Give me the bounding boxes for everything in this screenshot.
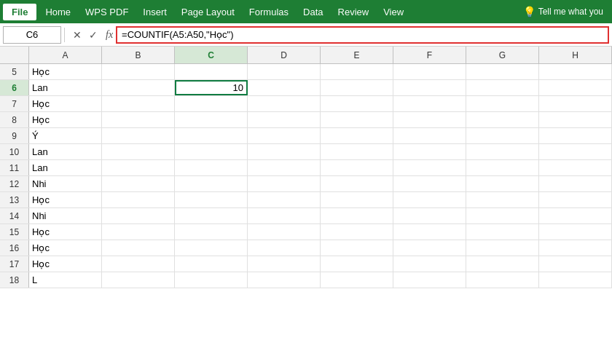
cell-F7[interactable] [393, 96, 466, 111]
cell-E16[interactable] [321, 240, 393, 256]
cell-C9[interactable] [175, 128, 248, 143]
cell-C17[interactable] [175, 256, 248, 272]
cell-F11[interactable] [393, 160, 466, 175]
cell-H10[interactable] [539, 144, 612, 159]
cell-F9[interactable] [393, 128, 466, 143]
cell-D7[interactable] [248, 96, 321, 111]
cell-H17[interactable] [539, 256, 612, 272]
cell-H15[interactable] [539, 224, 612, 240]
row-number[interactable]: 16 [0, 240, 29, 256]
col-header-a[interactable]: A [29, 47, 102, 63]
cell-C6[interactable]: 10 [175, 80, 248, 95]
cell-D13[interactable] [248, 192, 321, 207]
cell-C18[interactable] [175, 272, 248, 288]
cell-A18[interactable]: L [29, 272, 102, 288]
cell-E11[interactable] [321, 160, 393, 175]
row-number[interactable]: 14 [0, 208, 29, 223]
cell-F17[interactable] [393, 256, 466, 272]
cell-A11[interactable]: Lan [29, 160, 102, 175]
menu-page-layout[interactable]: Page Layout [174, 4, 242, 20]
cell-G16[interactable] [466, 240, 539, 256]
cell-D9[interactable] [248, 128, 321, 143]
row-number[interactable]: 5 [0, 64, 29, 79]
cell-F16[interactable] [393, 240, 466, 256]
cell-G14[interactable] [466, 208, 539, 223]
cell-G17[interactable] [466, 256, 539, 272]
cell-H8[interactable] [539, 112, 612, 127]
cell-B8[interactable] [102, 112, 175, 127]
cell-E13[interactable] [321, 192, 393, 207]
cell-D10[interactable] [248, 144, 321, 159]
cell-H18[interactable] [539, 272, 612, 288]
col-header-e[interactable]: E [321, 47, 393, 63]
cell-E10[interactable] [321, 144, 393, 159]
cell-A14[interactable]: Nhi [29, 208, 102, 223]
cell-G13[interactable] [466, 192, 539, 207]
cell-C5[interactable] [175, 64, 248, 79]
cell-F18[interactable] [393, 272, 466, 288]
cell-D14[interactable] [248, 208, 321, 223]
cell-A17[interactable]: Học [29, 256, 102, 272]
cell-F5[interactable] [393, 64, 466, 79]
row-number[interactable]: 15 [0, 224, 29, 240]
cell-F12[interactable] [393, 176, 466, 191]
cell-A8[interactable]: Học [29, 112, 102, 127]
col-header-c[interactable]: C [175, 47, 248, 63]
cell-D18[interactable] [248, 272, 321, 288]
cell-A15[interactable]: Học [29, 224, 102, 240]
cell-A12[interactable]: Nhi [29, 176, 102, 191]
row-number[interactable]: 7 [0, 96, 29, 111]
cell-D5[interactable] [248, 64, 321, 79]
row-number[interactable]: 9 [0, 128, 29, 143]
cell-A10[interactable]: Lan [29, 144, 102, 159]
cell-C16[interactable] [175, 240, 248, 256]
menu-wps-pdf[interactable]: WPS PDF [78, 4, 136, 20]
cell-C10[interactable] [175, 144, 248, 159]
cell-F15[interactable] [393, 224, 466, 240]
cell-A16[interactable]: Học [29, 240, 102, 256]
cell-B18[interactable] [102, 272, 175, 288]
cell-B10[interactable] [102, 144, 175, 159]
cell-G12[interactable] [466, 176, 539, 191]
menu-view[interactable]: View [376, 4, 411, 20]
row-number[interactable]: 11 [0, 160, 29, 175]
cell-B7[interactable] [102, 96, 175, 111]
row-number[interactable]: 18 [0, 272, 29, 288]
cell-B13[interactable] [102, 192, 175, 207]
menu-insert[interactable]: Insert [136, 4, 174, 20]
cell-A13[interactable]: Học [29, 192, 102, 207]
cell-C7[interactable] [175, 96, 248, 111]
col-header-b[interactable]: B [102, 47, 175, 63]
col-header-h[interactable]: H [539, 47, 612, 63]
cell-E15[interactable] [321, 224, 393, 240]
cell-F8[interactable] [393, 112, 466, 127]
cell-H6[interactable] [539, 80, 612, 95]
cell-G15[interactable] [466, 224, 539, 240]
cell-F13[interactable] [393, 192, 466, 207]
cell-H16[interactable] [539, 240, 612, 256]
cell-H5[interactable] [539, 64, 612, 79]
cell-F6[interactable] [393, 80, 466, 95]
cell-G10[interactable] [466, 144, 539, 159]
tell-me-box[interactable]: 💡 Tell me what you [517, 6, 609, 17]
cell-D17[interactable] [248, 256, 321, 272]
cell-E5[interactable] [321, 64, 393, 79]
row-number[interactable]: 6 [0, 80, 29, 95]
cell-B12[interactable] [102, 176, 175, 191]
cell-C8[interactable] [175, 112, 248, 127]
cell-B16[interactable] [102, 240, 175, 256]
cell-A9[interactable]: Ý [29, 128, 102, 143]
cell-E17[interactable] [321, 256, 393, 272]
cell-A7[interactable]: Học [29, 96, 102, 111]
cell-C12[interactable] [175, 176, 248, 191]
fx-icon[interactable]: fx [103, 29, 116, 41]
cell-C15[interactable] [175, 224, 248, 240]
name-box[interactable] [3, 26, 61, 44]
cell-D6[interactable] [248, 80, 321, 95]
cell-E8[interactable] [321, 112, 393, 127]
cell-G9[interactable] [466, 128, 539, 143]
cell-E6[interactable] [321, 80, 393, 95]
cell-F10[interactable] [393, 144, 466, 159]
cell-H11[interactable] [539, 160, 612, 175]
cell-H12[interactable] [539, 176, 612, 191]
